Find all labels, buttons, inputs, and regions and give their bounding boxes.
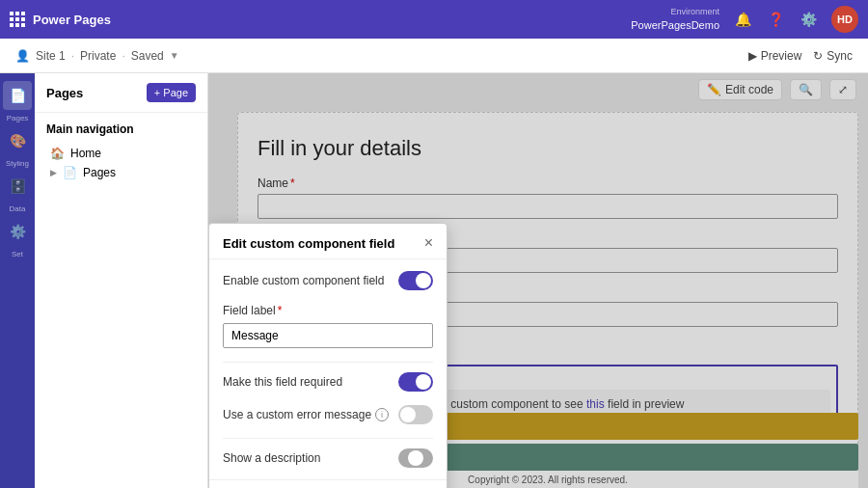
site-label: Site 1	[36, 49, 66, 63]
pages-nav-label: Pages	[83, 166, 116, 179]
settings-icon[interactable]: ⚙️	[799, 10, 818, 29]
custom-error-label: Use a custom error message	[223, 408, 371, 421]
add-page-button[interactable]: + Page	[147, 83, 196, 102]
environment-name: PowerPagesDemo	[631, 18, 719, 32]
topbar: Power Pages Environment PowerPagesDemo 🔔…	[0, 0, 868, 39]
show-description-label: Show a description	[223, 451, 320, 465]
sync-label: Sync	[827, 49, 853, 63]
secondbar: 👤 Site 1 · Private · Saved ▼ ▶ Preview ↻…	[0, 39, 868, 73]
show-description-row: Show a description	[223, 448, 433, 468]
field-label-input[interactable]	[223, 323, 433, 348]
field-label-title: Field label *	[223, 304, 433, 317]
icon-sidebar: 📄 Pages 🎨 Styling 🗄️ Data ⚙️ Set	[0, 73, 35, 488]
topbar-right: Environment PowerPagesDemo 🔔 ❓ ⚙️ HD	[631, 6, 858, 33]
environment-label: Environment	[631, 7, 719, 18]
modal-footer: OK Cancel	[209, 479, 447, 488]
enable-toggle-row: Enable custom component field	[223, 271, 433, 290]
nav-section: Main navigation 🏠 Home ▶ 📄 Pages	[35, 113, 207, 192]
sidebar-label-pages: Pages	[7, 114, 29, 122]
topbar-left: Power Pages	[10, 12, 111, 27]
show-description-toggle[interactable]	[398, 448, 433, 468]
home-label: Home	[70, 147, 101, 160]
preview-label: Preview	[761, 49, 802, 63]
custom-error-toggle[interactable]	[398, 405, 433, 424]
pages-icon: 📄	[63, 166, 77, 179]
chevron-right-icon: ▶	[50, 168, 57, 177]
sidebar-item-settings[interactable]: ⚙️	[3, 217, 32, 246]
pages-panel: Pages + Page Main navigation 🏠 Home ▶ 📄 …	[35, 73, 208, 488]
secondbar-right: ▶ Preview ↻ Sync	[748, 49, 853, 63]
make-required-row: Make this field required	[223, 372, 433, 392]
field-label-section: Field label *	[223, 304, 433, 348]
divider-1	[223, 362, 433, 363]
field-label-text: Field label	[223, 304, 276, 317]
privacy-label: Private	[80, 49, 116, 63]
modal-body: Enable custom component field Field labe…	[209, 259, 447, 479]
sidebar-item-pages[interactable]: 📄	[3, 81, 32, 110]
sidebar-label-data: Data	[10, 204, 26, 213]
modal-title: Edit custom component field	[223, 236, 394, 251]
custom-error-row: Use a custom error message i	[223, 405, 433, 424]
saved-label: Saved	[131, 49, 164, 63]
app-name: Power Pages	[33, 13, 111, 27]
avatar[interactable]: HD	[831, 6, 858, 33]
preview-icon: ▶	[748, 49, 757, 63]
enable-label: Enable custom component field	[223, 274, 384, 287]
environment-info: Environment PowerPagesDemo	[631, 7, 719, 32]
make-required-label: Make this field required	[223, 375, 342, 389]
nav-item-home[interactable]: 🏠 Home	[46, 144, 196, 163]
sidebar-item-styling[interactable]: 🎨	[3, 126, 32, 155]
sidebar-item-data[interactable]: 🗄️	[3, 172, 32, 201]
info-icon[interactable]: i	[375, 408, 389, 421]
home-icon: 🏠	[50, 147, 65, 160]
preview-button[interactable]: ▶ Preview	[748, 49, 802, 63]
sidebar-label-settings: Set	[12, 250, 23, 258]
custom-error-info: Use a custom error message i	[223, 408, 389, 421]
pages-title: Pages	[46, 86, 83, 100]
help-icon[interactable]: ❓	[766, 10, 785, 29]
divider-2	[223, 438, 433, 439]
site-info: 👤 Site 1 · Private · Saved ▼	[15, 49, 179, 63]
sync-button[interactable]: ↻ Sync	[813, 49, 853, 63]
notification-icon[interactable]: 🔔	[733, 10, 752, 29]
grid-menu-icon[interactable]	[10, 12, 25, 27]
sync-icon: ↻	[813, 49, 823, 63]
enable-toggle[interactable]	[398, 271, 433, 290]
site-person-icon: 👤	[15, 49, 30, 63]
nav-section-title: Main navigation	[46, 122, 196, 136]
nav-item-pages[interactable]: ▶ 📄 Pages	[46, 163, 196, 182]
modal-close-button[interactable]: ×	[424, 235, 433, 251]
sidebar-label-styling: Styling	[6, 159, 29, 168]
content-area: ✏️ Edit code 🔍 ⤢ Fill in your details Na…	[208, 73, 868, 488]
chevron-down-icon[interactable]: ▼	[170, 50, 179, 61]
field-label-required: *	[278, 304, 283, 317]
modal-header: Edit custom component field ×	[209, 224, 447, 259]
pages-header: Pages + Page	[35, 73, 207, 113]
edit-modal: Edit custom component field × Enable cus…	[208, 223, 448, 488]
main-layout: 📄 Pages 🎨 Styling 🗄️ Data ⚙️ Set Pages +…	[0, 73, 868, 488]
make-required-toggle[interactable]	[398, 372, 433, 392]
